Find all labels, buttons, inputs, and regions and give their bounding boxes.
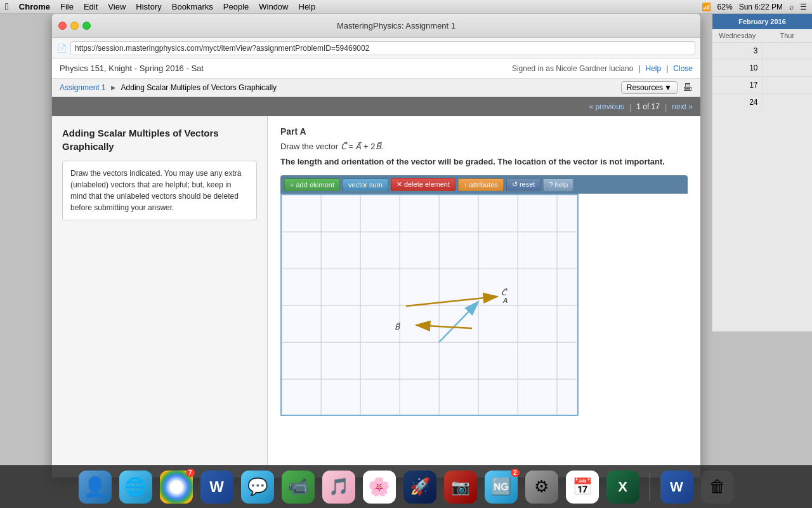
day-10: 10 [712,60,763,77]
word2-dock[interactable]: W [660,471,693,504]
right-panel: Part A Draw the vector C⃗ = A⃗ + 2B⃗. Th… [268,116,700,478]
photo-booth-icon: 📷 [451,478,470,496]
chrome-dock[interactable]: 7 [160,471,193,504]
course-name: Physics 151, Knight - Spring 2016 - Sat [60,64,204,73]
site-header-right: Signed in as Nicole Gardner luciano | He… [512,64,693,73]
calendar-weekdays: Wednesday Thur [712,29,812,43]
window-menu[interactable]: Window [259,2,288,11]
minimize-button[interactable] [70,22,79,30]
appstore-dock[interactable]: 🆖 2 [485,471,518,504]
browser-window: MasteringPhysics: Assignment 1 📄 Physics… [52,14,700,478]
day-17: 17 [712,77,763,94]
calendar-dock[interactable]: 📅 [566,471,599,504]
day-11 [763,60,813,77]
launchpad-dock[interactable]: 🚀 [403,471,436,504]
vector-a-sublabel: A [502,297,508,304]
site-header: Physics 151, Knight - Spring 2016 - Sat … [52,58,700,79]
next-link[interactable]: next » [672,102,693,111]
vector-sum-button[interactable]: vector sum [343,178,388,191]
photos-dock[interactable]: 🌸 [363,471,396,504]
breadcrumb-separator: ► [110,83,117,92]
battery-status: 62% [717,3,733,11]
launchpad-icon: 🚀 [410,477,430,497]
apple-menu[interactable]:  [5,1,9,13]
menu-icon[interactable]: ☰ [800,3,807,11]
print-icon[interactable]: 🖶 [683,82,693,93]
day-4 [763,43,813,60]
resources-label: Resources [627,83,663,92]
calendar-grid: 3 10 17 24 [712,43,812,110]
appstore-icon: 🆖 [491,477,511,497]
system-prefs-icon: ⚙ [534,477,549,497]
url-input[interactable] [70,41,695,55]
help-link[interactable]: Help [646,64,662,73]
current-page: Adding Scalar Multiples of Vectors Graph… [121,83,277,92]
safari-dock[interactable]: 🌐 [119,471,152,504]
canvas-container[interactable]: C⃗ A B⃗ [280,194,579,416]
nav-content: « previous | 1 of 17 | next » [589,102,693,112]
calendar-header: February 2016 [712,14,812,29]
finder-dock[interactable]: 👤 [79,471,112,504]
close-link[interactable]: Close [673,64,693,73]
vector-b-label: B⃗ [395,322,400,331]
photo-booth-dock[interactable]: 📷 [444,471,477,504]
resources-button[interactable]: Resources ▼ [621,81,678,94]
drawing-area[interactable]: C⃗ A B⃗ [280,194,579,416]
facetime-dock[interactable]: 📹 [282,471,315,504]
wifi-icon: 📶 [702,3,711,11]
canvas-svg: C⃗ A B⃗ [282,195,579,416]
day-24: 24 [712,94,763,110]
help-menu[interactable]: Help [299,2,316,11]
delete-element-button[interactable]: ✕ delete element [391,178,455,191]
add-element-button[interactable]: + add element [284,178,340,191]
appstore-badge: 2 [511,469,520,477]
separator2: | [666,64,668,73]
problem-title: Adding Scalar Multiples of Vectors Graph… [62,126,257,153]
view-menu[interactable]: View [108,2,126,11]
page-icon: 📄 [57,44,67,53]
attributes-button[interactable]: ↑ attributes [458,178,504,191]
history-menu[interactable]: History [136,2,161,11]
day-3: 3 [712,43,763,60]
maximize-button[interactable] [82,22,91,30]
taskbar: 👤 🌐 7 W 💬 📹 🎵 🌸 🚀 📷 🆖 2 ⚙ 📅 X W [0,465,812,508]
chrome-menu[interactable]: Chrome [19,2,50,11]
itunes-icon: 🎵 [329,477,349,497]
trash-dock[interactable]: 🗑 [701,471,734,504]
itunes-dock[interactable]: 🎵 [322,471,355,504]
dropdown-arrow-icon: ▼ [664,83,672,92]
system-prefs-dock[interactable]: ⚙ [525,471,558,504]
bookmarks-menu[interactable]: Bookmarks [172,2,213,11]
clock: Sun 6:22 PM [739,3,783,11]
breadcrumb: Assignment 1 ► Adding Scalar Multiples o… [60,83,277,92]
messages-dock[interactable]: 💬 [241,471,274,504]
assignment-link[interactable]: Assignment 1 [60,83,106,92]
edit-menu[interactable]: Edit [84,2,98,11]
facetime-icon: 📹 [288,477,308,497]
excel-icon: X [618,479,627,495]
nav-bar: « previous | 1 of 17 | next » [52,97,700,116]
search-icon[interactable]: ⌕ [789,3,794,11]
previous-link[interactable]: « previous [589,102,624,111]
messages-icon: 💬 [247,477,268,497]
grading-note: The length and orientation of the vector… [280,156,688,168]
right-sidebar: February 2016 Wednesday Thur 3 10 17 24 [712,14,812,331]
word-dock[interactable]: W [200,471,233,504]
reset-button[interactable]: ↺ reset [506,178,541,191]
close-button[interactable] [58,22,67,30]
trash-icon: 🗑 [709,477,726,497]
signed-in-text: Signed in as Nicole Gardner luciano [512,64,633,73]
dock-divider [650,473,650,501]
part-label: Part A [280,126,688,137]
file-menu[interactable]: File [60,2,74,11]
help-button[interactable]: ? help [543,178,573,191]
mac-menubar:  Chrome File Edit View History Bookmark… [0,0,812,14]
chrome-badge: 7 [186,469,195,477]
wednesday-label: Wednesday [712,29,763,42]
nav-separator: | [629,102,631,112]
excel-dock[interactable]: X [606,471,639,504]
traffic-lights [58,22,91,30]
separator: | [638,64,640,73]
people-menu[interactable]: People [223,2,249,11]
menubar-right: 📶 62% Sun 6:22 PM ⌕ ☰ [702,3,807,11]
